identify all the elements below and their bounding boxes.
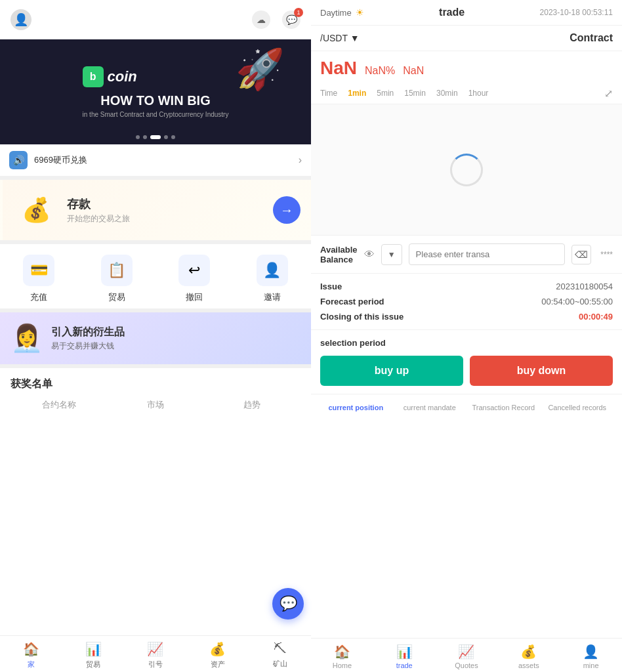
price-percent: NaN% bbox=[365, 65, 395, 77]
balance-label-block: Available Balance bbox=[320, 245, 358, 264]
rnav-quotes-icon: 📈 bbox=[458, 644, 474, 660]
winners-title: 获奖名单 bbox=[10, 377, 301, 391]
dot-2 bbox=[143, 135, 147, 139]
recharge-icon: 💳 bbox=[23, 255, 54, 286]
banner-logo: b coin bbox=[83, 66, 229, 87]
rnav-mine-label: mine bbox=[583, 662, 599, 669]
recharge-label: 充值 bbox=[30, 291, 47, 303]
clear-button[interactable]: ⌫ bbox=[571, 245, 591, 264]
tab-cancelled-records[interactable]: Cancelled records bbox=[542, 401, 613, 414]
notice-arrow: › bbox=[299, 154, 302, 166]
forecast-label: Forecast period bbox=[320, 297, 384, 306]
nav-home[interactable]: 🏠 家 bbox=[0, 641, 62, 669]
quick-actions: 💳 充值 📋 贸易 ↩ 撤回 👤 邀请 bbox=[0, 244, 311, 308]
issue-row: Issue 202310180054 bbox=[320, 282, 613, 291]
message-button[interactable]: 💬 1 bbox=[282, 10, 301, 29]
invite-label: 邀请 bbox=[264, 291, 281, 303]
deposit-left: 💰 存款 开始您的交易之旅 bbox=[13, 190, 130, 230]
buy-up-button[interactable]: buy up bbox=[320, 356, 463, 386]
right-header: Daytime ☀ trade 2023-10-18 00:53:11 bbox=[311, 0, 622, 26]
left-header: 👤 ☁ 💬 1 bbox=[0, 0, 311, 39]
time-1hour[interactable]: 1hour bbox=[463, 87, 494, 100]
deposit-illustration: 💰 bbox=[13, 190, 59, 230]
price-value: NaN bbox=[320, 58, 357, 79]
forecast-row: Forecast period 00:54:00~00:55:00 bbox=[320, 297, 613, 306]
col-contract: 合约名称 bbox=[10, 399, 107, 411]
deposit-button[interactable]: → bbox=[273, 196, 301, 224]
winners-section: 获奖名单 合约名称 市场 趋势 bbox=[0, 368, 311, 635]
dot-4 bbox=[164, 135, 168, 139]
avatar[interactable]: 👤 bbox=[10, 9, 31, 30]
notice-bar[interactable]: 🔊 6969硬币兑换 › bbox=[0, 144, 311, 176]
balance-dropdown[interactable]: ▼ bbox=[381, 244, 402, 265]
rnav-home[interactable]: 🏠 Home bbox=[311, 644, 373, 669]
trade-nav-icon: 📊 bbox=[85, 641, 102, 657]
deposit-title: 存款 bbox=[67, 196, 130, 212]
nav-quotes[interactable]: 📈 引号 bbox=[125, 641, 187, 669]
promo-info: 引入新的衍生品 易于交易并赚大钱 bbox=[51, 326, 125, 352]
trade-nav-label: 贸易 bbox=[86, 660, 100, 669]
nav-trade[interactable]: 📊 贸易 bbox=[62, 641, 125, 669]
promo-subtitle: 易于交易并赚大钱 bbox=[51, 341, 125, 352]
eye-icon[interactable]: 👁 bbox=[364, 249, 375, 261]
rnav-assets-label: assets bbox=[518, 662, 539, 669]
loading-spinner bbox=[450, 154, 483, 186]
nav-mine[interactable]: ⛏ 矿山 bbox=[249, 641, 311, 669]
timestamp: 2023-10-18 00:53:11 bbox=[540, 8, 613, 17]
nav-assets[interactable]: 💰 资产 bbox=[186, 641, 249, 669]
action-recharge[interactable]: 💳 充值 bbox=[23, 255, 54, 303]
closing-value: 00:00:49 bbox=[579, 312, 613, 322]
upload-icon: ☁ bbox=[257, 14, 266, 25]
rnav-assets[interactable]: 💰 assets bbox=[497, 644, 560, 669]
notice-text: 6969硬币兑换 bbox=[34, 154, 299, 166]
time-15min[interactable]: 15min bbox=[399, 87, 431, 100]
upload-button[interactable]: ☁ bbox=[252, 10, 270, 29]
balance-section: Available Balance 👁 ▼ ⌫ **** bbox=[311, 236, 622, 274]
promo-left: 👩‍💼 引入新的衍生品 易于交易并赚大钱 bbox=[10, 323, 125, 354]
fab-button[interactable]: 💬 bbox=[272, 588, 304, 620]
trade-buttons: buy up buy down bbox=[320, 356, 613, 386]
mine-label: 矿山 bbox=[273, 659, 287, 669]
banner-content: b coin HOW TO WIN BIG in the Smart Contr… bbox=[83, 66, 229, 118]
right-bottom-nav: 🏠 Home 📊 trade 📈 Quotes 💰 assets 👤 mine bbox=[311, 638, 622, 672]
quotes-label: 引号 bbox=[148, 660, 163, 669]
tab-current-position[interactable]: current position bbox=[320, 401, 392, 414]
action-trade[interactable]: 📋 贸易 bbox=[101, 255, 133, 303]
dot-1 bbox=[136, 135, 140, 139]
daytime-section: Daytime ☀ bbox=[320, 7, 364, 18]
price-section: NaN NaN% NaN bbox=[311, 51, 622, 83]
brand-icon: b bbox=[83, 66, 104, 87]
dot-3 bbox=[150, 135, 161, 139]
time-1min[interactable]: 1min bbox=[342, 87, 371, 100]
trade-label: 贸易 bbox=[108, 291, 125, 303]
tab-current-mandate[interactable]: current mandate bbox=[394, 401, 466, 414]
contract-label: Contract bbox=[570, 32, 613, 44]
col-market: 市场 bbox=[107, 399, 203, 411]
col-trend: 趋势 bbox=[204, 399, 301, 411]
action-invite[interactable]: 👤 邀请 bbox=[257, 255, 288, 303]
time-selector: Time 1min 5min 15min 30min 1hour ⤢ bbox=[311, 83, 622, 104]
amount-input[interactable] bbox=[409, 243, 566, 265]
tab-transaction-record[interactable]: Transaction Record bbox=[468, 401, 539, 414]
banner-dots bbox=[136, 135, 175, 139]
balance-hidden: **** bbox=[600, 250, 613, 259]
promo-title: 引入新的衍生品 bbox=[51, 326, 125, 339]
time-5min[interactable]: 5min bbox=[371, 87, 399, 100]
withdraw-label: 撤回 bbox=[186, 291, 203, 303]
rnav-quotes[interactable]: 📈 Quotes bbox=[436, 644, 498, 669]
winners-header: 合约名称 市场 趋势 bbox=[10, 399, 301, 416]
time-30min[interactable]: 30min bbox=[431, 87, 463, 100]
home-label: 家 bbox=[28, 660, 35, 669]
rnav-trade[interactable]: 📊 trade bbox=[373, 644, 436, 669]
price-diff: NaN bbox=[403, 65, 424, 77]
buy-down-button[interactable]: buy down bbox=[470, 356, 613, 386]
rnav-mine[interactable]: 👤 mine bbox=[560, 644, 622, 669]
issue-label: Issue bbox=[320, 282, 342, 291]
selection-label: selection period bbox=[320, 338, 613, 348]
pair-selector[interactable]: /USDT ▼ bbox=[320, 33, 360, 43]
banner: b coin HOW TO WIN BIG in the Smart Contr… bbox=[0, 39, 311, 144]
action-withdraw[interactable]: ↩ 撤回 bbox=[178, 255, 210, 303]
price-main: NaN NaN% NaN bbox=[320, 58, 613, 79]
expand-icon[interactable]: ⤢ bbox=[604, 87, 613, 100]
assets-icon: 💰 bbox=[209, 641, 226, 657]
